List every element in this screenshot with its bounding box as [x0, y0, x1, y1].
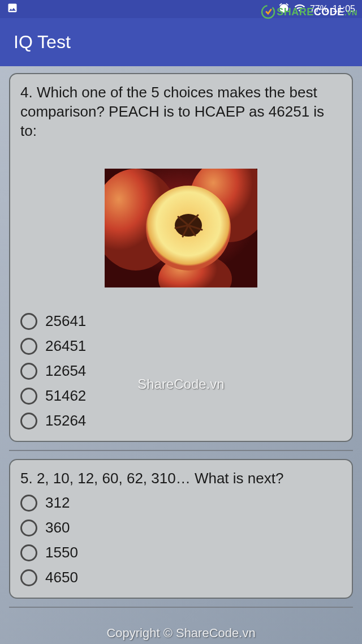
option-1550[interactable]: 1550	[20, 544, 342, 561]
battery-text: 77%	[310, 4, 328, 14]
content-area: 4. Which one of the 5 choices makes the …	[0, 66, 362, 608]
question-image-wrap	[20, 169, 342, 290]
question-text: 4. Which one of the 5 choices makes the …	[20, 83, 342, 140]
app-title: IQ Test	[14, 32, 71, 53]
radio-icon	[20, 338, 37, 355]
peach-image	[105, 169, 257, 287]
option-312[interactable]: 312	[20, 494, 342, 512]
option-label: 51462	[45, 387, 86, 405]
option-label: 12654	[45, 362, 86, 380]
radio-icon	[20, 313, 37, 330]
option-label: 4650	[45, 569, 78, 586]
option-4650[interactable]: 4650	[20, 569, 342, 586]
option-label: 15264	[45, 412, 86, 430]
radio-icon	[20, 569, 37, 586]
options-list: 312 360 1550 4650	[20, 494, 342, 586]
option-15264[interactable]: 15264	[20, 412, 342, 430]
question-text: 5. 2, 10, 12, 60, 62, 310… What is next?	[20, 469, 342, 488]
option-51462[interactable]: 51462	[20, 387, 342, 405]
divider	[9, 607, 353, 608]
radio-icon	[20, 495, 37, 512]
radio-icon	[20, 388, 37, 405]
image-indicator-icon	[7, 2, 18, 16]
divider	[9, 450, 353, 451]
option-label: 26451	[45, 337, 86, 355]
status-bar: 77% 11:05	[0, 0, 362, 18]
radio-icon	[20, 363, 37, 380]
option-26451[interactable]: 26451	[20, 337, 342, 355]
option-label: 25641	[45, 312, 86, 330]
question-card-5: 5. 2, 10, 12, 60, 62, 310… What is next?…	[9, 459, 353, 599]
wifi-icon	[294, 2, 305, 16]
question-card-4: 4. Which one of the 5 choices makes the …	[9, 73, 353, 442]
radio-icon	[20, 520, 37, 536]
option-360[interactable]: 360	[20, 519, 342, 536]
alarm-icon	[278, 2, 290, 16]
options-list: 25641 26451 12654 51462 15264	[20, 312, 342, 430]
radio-icon	[20, 413, 37, 430]
option-12654[interactable]: 12654	[20, 362, 342, 380]
option-label: 360	[45, 519, 70, 536]
radio-icon	[20, 544, 37, 561]
watermark-bottom: Copyright © ShareCode.vn	[0, 626, 362, 641]
option-label: 1550	[45, 544, 78, 561]
time-text: 11:05	[333, 4, 355, 14]
app-bar: IQ Test	[0, 18, 362, 66]
option-25641[interactable]: 25641	[20, 312, 342, 330]
option-label: 312	[45, 494, 70, 512]
